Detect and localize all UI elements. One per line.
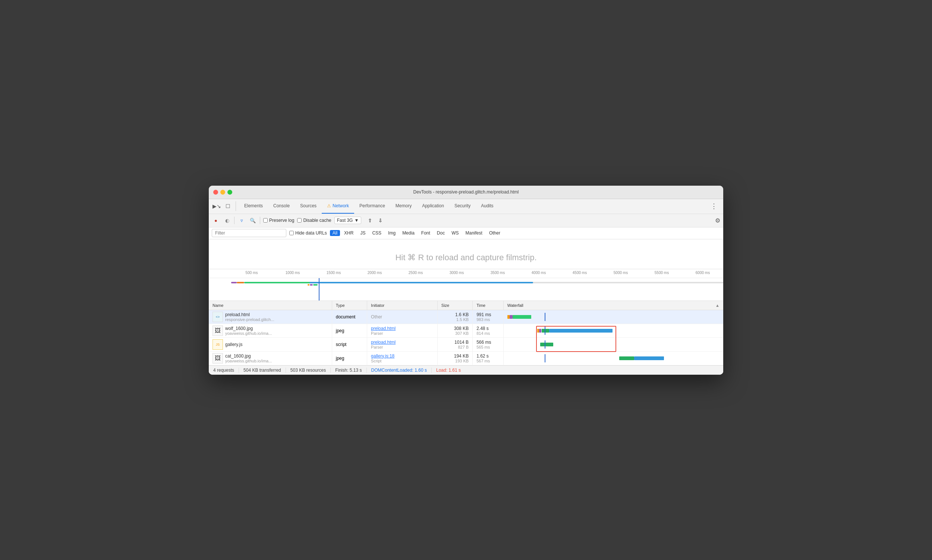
chevron-down-icon: ▼	[354, 218, 358, 223]
waterfall-cell	[503, 324, 723, 337]
filter-tag-css[interactable]: CSS	[369, 230, 384, 236]
th-time[interactable]: Time	[473, 301, 504, 310]
html-icon: <>	[212, 312, 223, 322]
tab-memory[interactable]: Memory	[390, 199, 417, 214]
disable-cache-checkbox[interactable]	[297, 218, 301, 223]
tab-console[interactable]: Console	[268, 199, 295, 214]
mark-6000: 6000 ms	[682, 271, 723, 276]
timeline-area: 500 ms 1000 ms 1500 ms 2000 ms 2500 ms 3…	[209, 269, 723, 301]
tab-sources[interactable]: Sources	[295, 199, 322, 214]
mark-3000: 3000 ms	[436, 271, 477, 276]
search-button[interactable]: 🔍	[249, 216, 257, 225]
time-cell: 566 ms 565 ms	[473, 337, 504, 351]
hide-data-urls-checkbox[interactable]	[289, 231, 294, 235]
mark-4000: 4000 ms	[518, 271, 559, 276]
mark-500: 500 ms	[231, 271, 272, 276]
filter-row: Hide data URLs All XHR JS CSS Img Media …	[209, 228, 723, 239]
th-name[interactable]: Name	[209, 301, 332, 310]
filter-tag-img[interactable]: Img	[386, 230, 398, 236]
type-cell: script	[332, 337, 367, 351]
tab-elements[interactable]: Elements	[239, 199, 268, 214]
sort-arrow-icon: ▲	[715, 303, 720, 308]
tab-network[interactable]: ⚠ Network	[322, 199, 354, 214]
tab-audits[interactable]: Audits	[476, 199, 498, 214]
maximize-button[interactable]	[228, 190, 232, 195]
throttle-select[interactable]: Fast 3G ▼	[334, 217, 361, 224]
type-cell: jpeg	[332, 324, 367, 337]
more-tabs-button[interactable]: ⋮	[707, 202, 720, 210]
img-icon: 🖼	[212, 326, 223, 336]
warning-icon: ⚠	[327, 203, 331, 208]
th-initiator[interactable]: Initiator	[367, 301, 438, 310]
filter-tag-media[interactable]: Media	[400, 230, 417, 236]
minimize-button[interactable]	[220, 190, 225, 195]
th-type[interactable]: Type	[332, 301, 367, 310]
tab-list: Elements Console Sources ⚠ Network Perfo…	[239, 199, 707, 214]
network-controls: ● ◐ ▿ 🔍 Preserve log Disable cache Fast …	[209, 214, 723, 228]
separator-2	[260, 217, 260, 224]
hide-data-urls-label[interactable]: Hide data URLs	[289, 231, 327, 235]
type-cell: document	[332, 310, 367, 324]
filter-tag-manifest[interactable]: Manifest	[463, 230, 485, 236]
mark-3500: 3500 ms	[477, 271, 518, 276]
table-row[interactable]: 🖼 cat_1600.jpg yoavweiss.github.io/ima..…	[209, 351, 723, 365]
filter-tag-all[interactable]: All	[330, 230, 340, 236]
disable-cache-checkbox-label[interactable]: Disable cache	[297, 218, 331, 223]
tab-application[interactable]: Application	[417, 199, 449, 214]
filter-input[interactable]	[212, 229, 286, 237]
preserve-log-checkbox[interactable]	[263, 218, 268, 223]
time-cell: 1.62 s 567 ms	[473, 351, 504, 365]
size-cell: 1014 B 827 B	[437, 337, 472, 351]
filter-tag-doc[interactable]: Doc	[434, 230, 448, 236]
time-cell: 991 ms 983 ms	[473, 310, 504, 324]
requests-count: 4 requests	[213, 368, 239, 373]
device-toolbar-icon[interactable]: ☐	[223, 202, 233, 211]
ruler-marks: 500 ms 1000 ms 1500 ms 2000 ms 2500 ms 3…	[209, 271, 723, 276]
img-icon: 🖼	[212, 353, 223, 363]
name-cell: 🖼 cat_1600.jpg yoavweiss.github.io/ima..…	[209, 351, 332, 365]
load-time: Load: 1.61 s	[432, 368, 465, 373]
th-waterfall[interactable]: Waterfall ▲	[503, 301, 723, 310]
filter-button[interactable]: ▿	[237, 216, 246, 225]
time-cell: 2.48 s 814 ms	[473, 324, 504, 337]
preserve-log-checkbox-label[interactable]: Preserve log	[263, 218, 294, 223]
mark-5000: 5000 ms	[600, 271, 641, 276]
import-export-buttons: ⇧ ⇩	[366, 216, 384, 225]
table-row[interactable]: JS gallery.js script preload.html Parser	[209, 337, 723, 351]
filter-tag-other[interactable]: Other	[486, 230, 503, 236]
filter-tags: All XHR JS CSS Img Media Font Doc WS Man…	[330, 230, 503, 236]
size-cell: 308 KB 307 KB	[437, 324, 472, 337]
window-title: DevTools - responsive-preload.glitch.me/…	[414, 189, 519, 195]
import-button[interactable]: ⇧	[366, 216, 374, 225]
record-button[interactable]: ●	[212, 216, 220, 225]
filmstrip-hint: Hit ⌘ R to reload and capture filmstrip.	[395, 253, 537, 263]
type-cell: jpeg	[332, 351, 367, 365]
filter-tag-xhr[interactable]: XHR	[341, 230, 356, 236]
status-bar: 4 requests 504 KB transferred 503 KB res…	[209, 365, 723, 375]
filter-tag-ws[interactable]: WS	[449, 230, 461, 236]
traffic-lights	[213, 190, 232, 195]
name-cell: JS gallery.js	[209, 337, 332, 351]
mark-5500: 5500 ms	[641, 271, 682, 276]
settings-gear-icon[interactable]: ⚙	[715, 217, 720, 224]
devtools-window: DevTools - responsive-preload.glitch.me/…	[209, 186, 723, 375]
waterfall-cell	[503, 351, 723, 365]
mark-1500: 1500 ms	[313, 271, 354, 276]
filter-tag-js[interactable]: JS	[357, 230, 368, 236]
finish-time: Finish: 5.13 s	[331, 368, 366, 373]
tab-performance[interactable]: Performance	[354, 199, 390, 214]
table-row[interactable]: 🖼 wolf_1600.jpg yoavweiss.github.io/ima.…	[209, 324, 723, 337]
clear-button[interactable]: ◐	[223, 216, 231, 225]
tab-security[interactable]: Security	[449, 199, 476, 214]
th-size[interactable]: Size	[437, 301, 472, 310]
separator-1	[234, 217, 234, 224]
close-button[interactable]	[213, 190, 218, 195]
filter-tag-font[interactable]: Font	[419, 230, 433, 236]
table-row[interactable]: <> preload.html responsive-preload.glitc…	[209, 310, 723, 324]
size-cell: 1.6 KB 1.5 KB	[437, 310, 472, 324]
export-button[interactable]: ⇩	[376, 216, 384, 225]
inspect-icon[interactable]: ▶↘	[212, 202, 221, 211]
initiator-cell: preload.html Parser	[367, 337, 438, 351]
initiator-cell: preload.html Parser	[367, 324, 438, 337]
waterfall-cell	[503, 337, 723, 351]
